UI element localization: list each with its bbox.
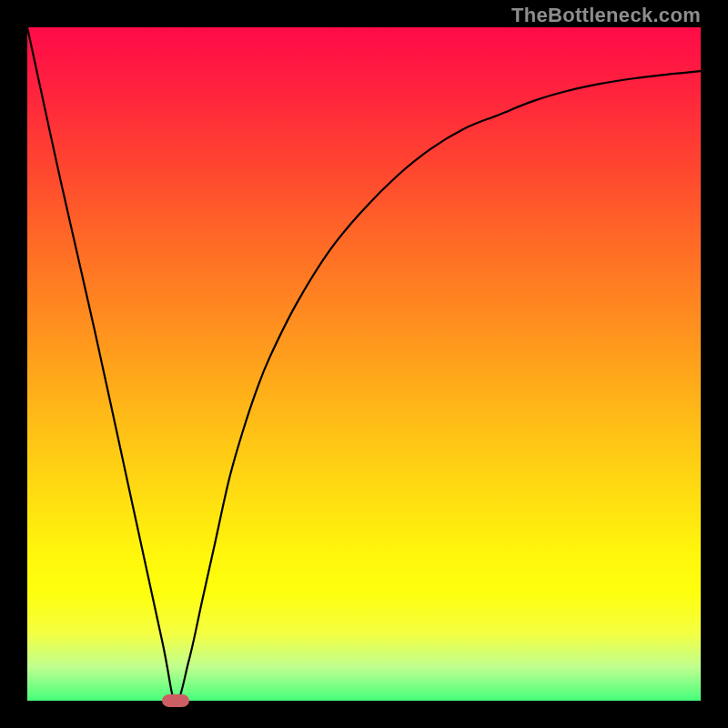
curve-svg [27, 27, 701, 701]
attribution-label: TheBottleneck.com [511, 4, 701, 27]
bottleneck-curve-path [27, 27, 701, 701]
minimum-marker [162, 694, 189, 707]
plot-area [27, 27, 701, 701]
chart-frame: TheBottleneck.com [0, 0, 728, 728]
